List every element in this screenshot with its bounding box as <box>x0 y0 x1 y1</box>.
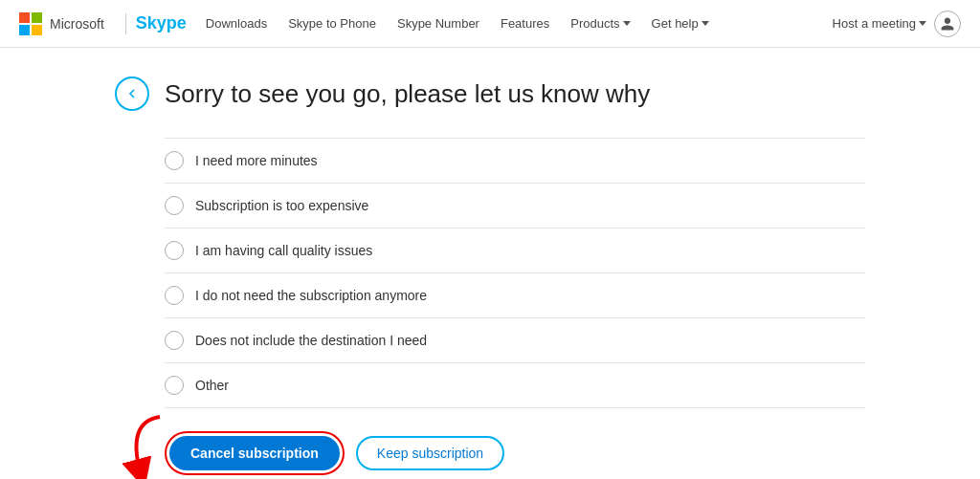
nav-skype-number[interactable]: Skype Number <box>397 16 479 31</box>
back-arrow-icon <box>124 86 140 101</box>
reason-label-5: Does not include the destination I need <box>195 333 427 348</box>
nav-products[interactable]: Products <box>570 16 630 31</box>
back-button[interactable] <box>115 76 149 111</box>
reason-item-3[interactable]: I am having call quality issues <box>165 229 865 273</box>
microsoft-wordmark: Microsoft <box>50 16 104 32</box>
top-nav: Microsoft Skype Downloads Skype to Phone… <box>0 0 980 48</box>
nav-downloads[interactable]: Downloads <box>206 16 267 31</box>
nav-divider <box>125 13 126 34</box>
reason-item-1[interactable]: I need more minutes <box>165 138 865 184</box>
reason-label-1: I need more minutes <box>195 153 318 168</box>
keep-subscription-button[interactable]: Keep subscription <box>356 436 504 470</box>
reason-label-6: Other <box>195 378 229 393</box>
products-chevron-icon <box>623 21 631 26</box>
cancel-subscription-button[interactable]: Cancel subscription <box>169 436 340 470</box>
host-meeting-button[interactable]: Host a meeting <box>833 16 926 31</box>
person-icon <box>940 16 955 32</box>
action-buttons: Cancel subscription Keep subscription <box>165 431 865 475</box>
reason-item-5[interactable]: Does not include the destination I need <box>165 318 865 363</box>
host-meeting-chevron-icon <box>919 21 926 26</box>
reason-label-2: Subscription is too expensive <box>195 198 368 213</box>
reason-item-2[interactable]: Subscription is too expensive <box>165 184 865 229</box>
reason-item-6[interactable]: Other <box>165 363 865 408</box>
user-account-icon[interactable] <box>934 11 961 37</box>
cancellation-reasons-list: I need more minutes Subscription is too … <box>165 138 865 408</box>
radio-button-2[interactable] <box>165 196 184 215</box>
page-title-row: Sorry to see you go, please let us know … <box>115 76 865 111</box>
page-title: Sorry to see you go, please let us know … <box>165 79 650 109</box>
reason-label-4: I do not need the subscription anymore <box>195 288 427 303</box>
nav-features[interactable]: Features <box>501 16 549 31</box>
microsoft-logo[interactable]: Microsoft <box>19 12 104 35</box>
nav-get-help[interactable]: Get help <box>652 16 709 31</box>
radio-button-4[interactable] <box>165 286 184 305</box>
radio-button-1[interactable] <box>165 151 184 170</box>
cancel-subscription-highlight: Cancel subscription <box>165 431 345 475</box>
skype-brand[interactable]: Skype <box>136 13 187 33</box>
radio-button-5[interactable] <box>165 331 184 350</box>
main-content: Sorry to see you go, please let us know … <box>0 48 980 479</box>
nav-links: Downloads Skype to Phone Skype Number Fe… <box>206 16 833 31</box>
radio-button-3[interactable] <box>165 241 184 260</box>
nav-skype-to-phone[interactable]: Skype to Phone <box>288 16 376 31</box>
get-help-chevron-icon <box>702 21 709 26</box>
red-arrow-annotation <box>107 412 174 479</box>
ms-logo-grid <box>19 12 42 35</box>
reason-label-3: I am having call quality issues <box>195 243 372 258</box>
nav-right: Host a meeting <box>833 11 961 37</box>
radio-button-6[interactable] <box>165 376 184 395</box>
reason-item-4[interactable]: I do not need the subscription anymore <box>165 273 865 318</box>
red-arrow-icon <box>107 412 174 479</box>
